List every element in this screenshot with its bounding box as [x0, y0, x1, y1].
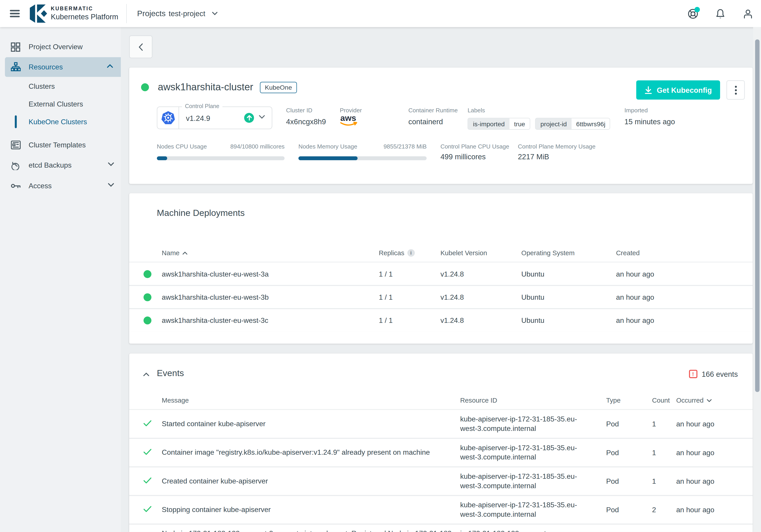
event-row[interactable]: Node ip-172-31-183-132.eu-west-3.compute… [129, 525, 753, 532]
control-plane-version-select[interactable]: Control Plane v1.24.9 [157, 106, 272, 129]
machine-kubelet-version: v1.24.8 [440, 293, 464, 301]
machine-deployments-card: Machine Deployments Name Replicas i Kube… [129, 193, 753, 344]
cluster-name: awsk1harshita-cluster [158, 81, 253, 92]
event-type: Pod [606, 449, 619, 456]
get-kubeconfig-button[interactable]: Get Kubeconfig [636, 80, 720, 100]
notifications-bell-icon[interactable] [715, 8, 727, 20]
event-row[interactable]: Created container kube-apiserver kube-ap… [129, 467, 753, 495]
sidebar-item-kubeone-clusters[interactable]: KubeOne Clusters [0, 113, 121, 131]
machine-health-dot [144, 293, 151, 301]
sidebar-item-clusters[interactable]: Clusters [0, 78, 121, 95]
imported-value: 15 minutes ago [624, 117, 675, 127]
chevron-down-icon [108, 162, 114, 168]
events-count-label: 166 events [702, 370, 738, 378]
sidebar-item-label: Clusters [29, 82, 55, 90]
machine-deployments-title: Machine Deployments [157, 208, 245, 218]
back-button[interactable] [129, 35, 152, 58]
cluster-id-value: 4x6ncgx8h9 [286, 117, 326, 127]
machine-health-dot [144, 316, 151, 324]
event-count: 1 [652, 449, 656, 456]
machine-deployments-header-row: Name Replicas i Kubelet Version Operatin… [129, 244, 753, 262]
labels-label: Labels [467, 107, 485, 114]
machine-os: Ubuntu [521, 293, 545, 301]
event-type: Pod [606, 477, 619, 485]
event-row[interactable]: Stopping container kube-apiserver kube-a… [129, 496, 753, 524]
cp-cpu-usage-value: 499 millicores [440, 151, 486, 162]
sidebar-item-label: External Clusters [29, 100, 83, 108]
nodes-cpu-usage: Nodes CPU Usage894/10800 millicores [157, 143, 284, 150]
header-section-label: Projects [137, 0, 166, 27]
machine-kubelet-version: v1.24.8 [440, 316, 464, 324]
cp-cpu-usage-label: Control Plane CPU Usage [440, 143, 509, 150]
machine-health-dot [144, 270, 151, 278]
sidebar-item-label: Resources [29, 63, 63, 71]
event-message: Started container kube-apiserver [162, 419, 458, 429]
event-row[interactable]: Container image "registry.k8s.io/kube-ap… [129, 439, 753, 466]
sidebar-item-cluster-templates[interactable]: Cluster Templates [0, 135, 121, 155]
cp-memory-usage-value: 2217 MiB [518, 151, 549, 162]
brand-subtitle: Kubernetes Platform [51, 12, 118, 21]
user-account-icon[interactable] [742, 8, 754, 20]
event-occurred: an hour ago [676, 477, 715, 485]
sidebar-item-access[interactable]: Access [0, 176, 121, 196]
column-header-kubelet: Kubelet Version [440, 249, 487, 257]
column-header-occurred[interactable]: Occurred [676, 397, 712, 404]
machine-kubelet-version: v1.24.8 [440, 270, 464, 278]
cluster-labels: is-imported true project-id 6ttbwrs96j [467, 118, 610, 130]
event-occurred: an hour ago [676, 506, 715, 514]
sidebar-item-project-overview[interactable]: Project Overview [0, 37, 121, 57]
sidebar-item-label: KubeOne Clusters [29, 118, 87, 126]
history-clock-icon [11, 160, 21, 170]
nodes-cpu-progressbar [157, 156, 284, 160]
event-message: Created container kube-apiserver [162, 476, 458, 486]
event-row[interactable]: Started container kube-apiserver kube-ap… [129, 410, 753, 438]
sidebar-nav: Project Overview Resources Clusters Exte… [0, 27, 121, 532]
cluster-id-label: Cluster ID [286, 107, 313, 114]
column-header-name[interactable]: Name [162, 249, 188, 257]
cluster-actions-kebab-button[interactable] [727, 80, 744, 100]
sidebar-item-resources[interactable]: Resources [5, 57, 121, 77]
upgrade-available-icon[interactable] [244, 113, 254, 123]
machine-replicas: 1 / 1 [379, 293, 393, 301]
chevron-down-icon [212, 12, 217, 15]
event-type: Pod [606, 506, 619, 514]
sidebar-item-label: etcd Backups [29, 161, 72, 169]
machine-os: Ubuntu [521, 316, 545, 324]
top-header: KUBERMATIC Kubernetes Platform Projects … [0, 0, 761, 27]
active-indicator-bar [15, 116, 17, 128]
download-icon [644, 86, 652, 94]
sidebar-item-external-clusters[interactable]: External Clusters [0, 95, 121, 113]
machine-deployment-row[interactable]: awsk1harshita-cluster-eu-west-3a 1 / 1 v… [129, 263, 753, 285]
cluster-templates-icon [11, 140, 21, 150]
chevron-down-icon [108, 183, 114, 189]
sidebar-item-etcd-backups[interactable]: etcd Backups [0, 155, 121, 175]
column-header-type: Type [606, 397, 620, 404]
nodes-memory-progressbar [298, 156, 427, 160]
events-count-badge: ! 166 events [689, 370, 738, 378]
machine-name: awsk1harshita-cluster-eu-west-3a [162, 270, 269, 278]
control-plane-version: v1.24.9 [186, 107, 210, 129]
help-icon[interactable] [687, 8, 699, 20]
collapse-events-icon[interactable] [143, 372, 149, 377]
events-rows: Started container kube-apiserver kube-ap… [129, 410, 753, 532]
sort-asc-icon [183, 251, 188, 254]
label-chip-value: 6ttbwrs96j [572, 118, 610, 129]
machine-deployment-row[interactable]: awsk1harshita-cluster-eu-west-3b 1 / 1 v… [129, 286, 753, 308]
info-icon[interactable]: i [407, 249, 415, 257]
scrollbar-thumb[interactable] [755, 39, 760, 392]
event-type: Pod [606, 420, 619, 428]
warning-icon: ! [689, 370, 697, 378]
machine-deployment-row[interactable]: awsk1harshita-cluster-eu-west-3c 1 / 1 v… [129, 309, 753, 331]
header-divider [126, 4, 127, 24]
brand-text: KUBERMATIC Kubernetes Platform [51, 5, 118, 21]
project-selector[interactable]: test-project [169, 0, 218, 27]
app-window: KUBERMATIC Kubernetes Platform Projects … [0, 0, 761, 532]
project-selector-value: test-project [169, 9, 205, 18]
cp-memory-usage-label: Control Plane Memory Usage [518, 143, 595, 150]
event-resource-id: kube-apiserver-ip-172-31-185-35.eu-west-… [460, 415, 586, 433]
hamburger-menu-icon[interactable] [10, 10, 20, 17]
nodes-memory-usage: Nodes Memory Usage9855/21378 MiB [298, 143, 427, 150]
page-scrollbar[interactable] [753, 27, 761, 532]
machine-created: an hour ago [616, 270, 654, 278]
machine-name: awsk1harshita-cluster-eu-west-3b [162, 293, 269, 301]
